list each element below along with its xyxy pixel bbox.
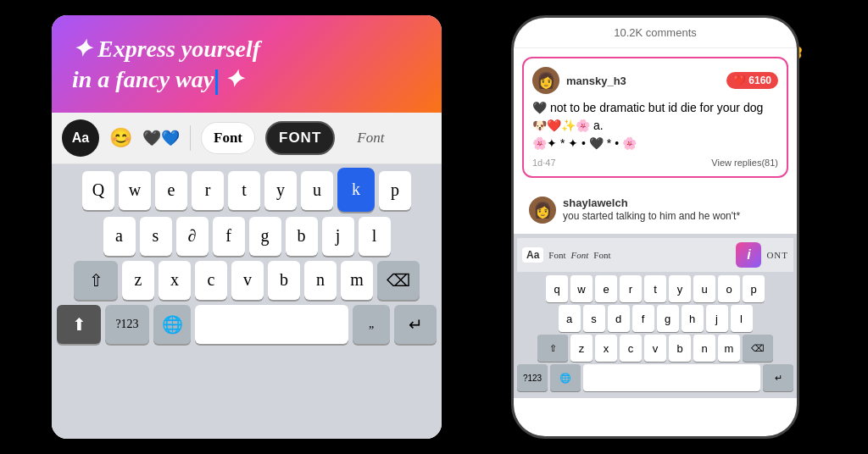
font-option-bold[interactable]: FONT	[265, 121, 335, 155]
phone-key-v[interactable]: v	[644, 335, 666, 362]
aa-button[interactable]: Aa	[62, 119, 99, 157]
phone-key-123[interactable]: ?123	[517, 364, 548, 391]
key-a[interactable]: a	[103, 217, 136, 256]
key-u[interactable]: u	[301, 171, 333, 210]
phone-key-z[interactable]: z	[570, 335, 593, 362]
key-p[interactable]: p	[379, 171, 411, 210]
phone-screen: 10.2K comments 👩 mansky_h3 ❤️ 6160	[514, 18, 797, 436]
key-f[interactable]: f	[213, 217, 245, 256]
key-x[interactable]: x	[159, 261, 191, 300]
key-enter[interactable]: ↵	[394, 305, 437, 344]
phone-key-s[interactable]: s	[583, 305, 605, 332]
header-title: ✦ Express yourself in a fancy way ✦	[72, 34, 421, 96]
key-j[interactable]: j	[322, 217, 354, 256]
font-option-italic[interactable]: Font	[345, 123, 396, 153]
key-backspace[interactable]: ⌫	[377, 261, 420, 300]
key-g[interactable]: g	[249, 217, 281, 256]
phone-key-row-4: ?123 🌐 ↵	[517, 364, 793, 391]
view-replies[interactable]: View replies(81)	[711, 158, 778, 168]
key-123[interactable]: ?123	[105, 305, 149, 344]
comment-user-info: 👩 mansky_h3	[532, 67, 626, 94]
phone-key-backspace[interactable]: ⌫	[743, 335, 773, 362]
key-comma[interactable]: „	[353, 305, 390, 344]
key-y[interactable]: y	[264, 171, 297, 210]
comment-timestamp: 1d·47	[532, 158, 556, 168]
key-e[interactable]: e	[155, 171, 187, 210]
phone-key-r[interactable]: r	[620, 275, 642, 302]
phone-key-e[interactable]: e	[595, 275, 617, 302]
phone-key-y[interactable]: y	[669, 275, 691, 302]
avatar-2: 👩	[529, 197, 556, 224]
phone-font-bar: Aa Font Font Font i ONT	[517, 238, 793, 272]
phone-key-l[interactable]: l	[731, 305, 753, 332]
key-share[interactable]: ⬆	[57, 305, 101, 344]
comments-header: 10.2K comments	[514, 18, 797, 48]
phone-key-a[interactable]: a	[559, 305, 581, 332]
phone-key-t[interactable]: t	[644, 275, 666, 302]
key-row-3: ⇧ z x c v b n m ⌫	[57, 261, 437, 300]
like-badge: ❤️ 6160	[726, 72, 778, 89]
phone-key-b[interactable]: b	[669, 335, 691, 362]
header-line1: Express yourself	[97, 36, 260, 62]
key-k-active[interactable]: k	[337, 168, 375, 212]
key-space[interactable]	[195, 305, 348, 344]
phone-key-q[interactable]: q	[546, 275, 568, 302]
sparkle-icon-2: ✦	[224, 64, 243, 95]
key-s[interactable]: s	[140, 217, 172, 256]
phone-key-shift[interactable]: ⇧	[537, 335, 568, 362]
header-gradient: ✦ Express yourself in a fancy way ✦	[52, 15, 442, 113]
key-b[interactable]: b	[286, 217, 318, 256]
phone-ont-label: ONT	[766, 250, 788, 260]
key-r[interactable]: r	[192, 171, 224, 210]
phone-key-d[interactable]: d	[608, 305, 630, 332]
phone-font-opt-2[interactable]: Font	[571, 250, 589, 260]
phone-key-x[interactable]: x	[595, 335, 617, 362]
phone-key-f[interactable]: f	[632, 305, 654, 332]
comment-footer: 1d·47 View replies(81)	[532, 158, 778, 168]
phone-aa-label[interactable]: Aa	[522, 247, 543, 263]
phone-key-w[interactable]: w	[570, 275, 593, 302]
phone-key-h[interactable]: h	[682, 305, 704, 332]
heart-icon: ❤️	[733, 75, 746, 86]
font-toolbar: Aa 😊 🖤💙 Font FONT Font	[52, 113, 442, 164]
key-m[interactable]: m	[341, 261, 373, 300]
phone-key-space[interactable]	[583, 364, 760, 391]
normal-comment-text: you started talking to him and he won't*	[563, 209, 740, 224]
phone-key-c[interactable]: c	[620, 335, 642, 362]
phone-key-m[interactable]: m	[718, 335, 740, 362]
comment-username: mansky_h3	[566, 75, 626, 87]
key-z[interactable]: z	[122, 261, 154, 300]
phone-key-enter[interactable]: ↵	[763, 364, 793, 391]
key-q[interactable]: Q	[82, 171, 114, 210]
keyboard: Q w e r t y u k p a s ∂ f g b j l	[52, 164, 442, 439]
emoji-button[interactable]: 😊	[109, 127, 132, 149]
key-v[interactable]: v	[231, 261, 264, 300]
phone-key-p[interactable]: p	[743, 275, 765, 302]
key-d[interactable]: ∂	[176, 217, 209, 256]
phone-key-g[interactable]: g	[657, 305, 679, 332]
font-option-serif[interactable]: Font	[201, 122, 255, 154]
phone-font-opt-3[interactable]: Font	[593, 250, 610, 260]
phone-key-globe[interactable]: 🌐	[550, 364, 581, 391]
key-n[interactable]: n	[304, 261, 337, 300]
key-c[interactable]: c	[195, 261, 227, 300]
key-shift[interactable]: ⇧	[74, 261, 118, 300]
phone-key-u[interactable]: u	[693, 275, 715, 302]
key-t[interactable]: t	[228, 171, 260, 210]
key-w[interactable]: w	[119, 171, 151, 210]
hearts-icon[interactable]: 🖤💙	[142, 129, 180, 147]
phone-key-j[interactable]: j	[706, 305, 728, 332]
normal-comment-card: 👩 shaylawelch you started talking to him…	[522, 190, 788, 230]
sparkle-icon: ✦	[72, 34, 92, 64]
key-globe[interactable]: 🌐	[153, 305, 191, 344]
header-line2: in a fancy way	[72, 66, 214, 92]
key-l[interactable]: l	[359, 217, 391, 256]
phone-i-button[interactable]: i	[736, 242, 761, 268]
comments-count: 10.2K comments	[614, 26, 697, 39]
key-b2[interactable]: b	[268, 261, 300, 300]
phone-key-n[interactable]: n	[693, 335, 715, 362]
phone-font-opt-1[interactable]: Font	[548, 250, 565, 260]
right-phone-panel: 👍 10.2K comments 👩 mansky_h3	[494, 11, 816, 443]
avatar: 👩	[532, 67, 559, 94]
phone-key-o[interactable]: o	[718, 275, 740, 302]
